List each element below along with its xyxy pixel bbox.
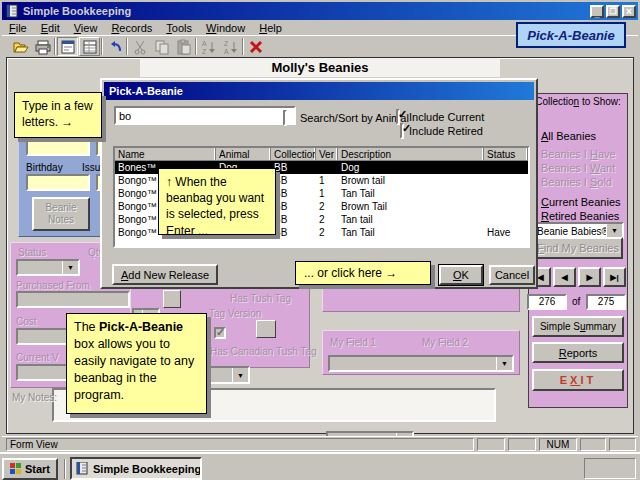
cell-description: Tan Tail xyxy=(338,187,484,200)
callout-about: The Pick-A-Beanie box allows you to easi… xyxy=(66,313,207,414)
menu-item-edit[interactable]: Edit xyxy=(34,20,67,36)
col-header-status: Status xyxy=(484,148,528,161)
status-segment xyxy=(580,438,606,451)
include-retired-checkbox[interactable] xyxy=(400,123,404,139)
find-my-beanies-button: Find My Beanies xyxy=(533,237,623,259)
status-segment xyxy=(508,438,536,451)
sort-asc-icon: AZ xyxy=(198,37,219,56)
search-input[interactable] xyxy=(114,106,296,125)
collection-to-show-label: Collection to Show: xyxy=(530,96,626,107)
cell-status xyxy=(484,174,528,187)
status-text: Form View xyxy=(6,438,474,451)
maximize-button[interactable]: ❐ xyxy=(606,5,620,18)
col-header-name: Name xyxy=(115,148,216,161)
issue-label: Issu xyxy=(82,162,100,173)
has-tush-tag-label: Has Tush Tag xyxy=(230,293,291,304)
title-bar: Simple Bookkeeping _ ❐ × xyxy=(2,2,638,20)
beanie-notes-button: Beanie Notes xyxy=(32,197,90,231)
callout-about-bold: Pick-A-Beanie xyxy=(99,320,183,334)
print-icon[interactable] xyxy=(32,37,53,56)
reports-button[interactable]: Reports xyxy=(532,342,624,363)
cancel-button[interactable]: Cancel xyxy=(489,265,535,285)
col-header-ver: Ver xyxy=(316,148,338,161)
status-segment xyxy=(477,438,505,451)
search-sort-checkbox[interactable] xyxy=(283,110,287,126)
nav-next-button[interactable]: ▶ xyxy=(578,267,601,287)
svg-text:A: A xyxy=(224,48,229,55)
cell-ver: 2 xyxy=(316,200,338,213)
sidebar-item-beanies-i-have: Beanies I Have xyxy=(541,148,616,160)
nav-last-button[interactable]: ▶| xyxy=(603,267,626,287)
status-segment xyxy=(609,438,636,451)
cell-status xyxy=(484,187,528,200)
menu-item-view[interactable]: View xyxy=(67,20,105,36)
sidebar-item-current-beanies[interactable]: Current Beanies xyxy=(541,196,621,208)
cell-collection: BB xyxy=(271,200,316,213)
cell-ver: 1 xyxy=(316,174,338,187)
svg-text:A: A xyxy=(202,40,207,47)
my-field2-label: My Field 2 xyxy=(422,337,468,348)
dialog-title-bar[interactable]: Pick-A-Beanie xyxy=(104,82,534,100)
cell-description: Brown tail xyxy=(338,174,484,187)
purchased-from-button[interactable] xyxy=(163,290,181,308)
undo-icon[interactable] xyxy=(104,37,125,56)
taskbar-app-button[interactable]: Simple Bookkeeping xyxy=(70,457,202,480)
cell-status: Have xyxy=(484,226,528,239)
record-total-field: 275 xyxy=(586,294,626,310)
sidebar-item-all-beanies[interactable]: All Beanies xyxy=(541,130,596,142)
search-sort-label: Search/Sort by Animal xyxy=(300,112,409,124)
callout-about-text: The xyxy=(74,320,99,334)
has-canadian-tush-tag-label: Has Canadian Tush Tag xyxy=(210,346,317,357)
cell-collection: BB xyxy=(271,174,316,187)
remove-filter-icon[interactable] xyxy=(245,37,266,56)
nav-prev-button[interactable]: ◀ xyxy=(553,267,576,287)
minimize-button[interactable]: _ xyxy=(590,5,604,18)
version-field[interactable] xyxy=(26,139,90,156)
corner-label: Pick-A-Beanie xyxy=(516,22,626,48)
taskbar: Start Simple Bookkeeping xyxy=(0,452,640,480)
include-current-label: Include Current xyxy=(409,111,484,123)
my-notes-label: My Notes: xyxy=(12,392,57,403)
cell-ver xyxy=(316,161,338,174)
sidebar-item-beanies-i-sold: Beanies I Sold xyxy=(541,176,612,188)
start-label: Start xyxy=(25,463,50,475)
record-current-field[interactable]: 276 xyxy=(527,294,567,310)
hang-tag-panel xyxy=(322,288,520,312)
purchased-from-field[interactable] xyxy=(16,291,130,308)
simple-summary-button[interactable]: Simple Summary xyxy=(532,316,624,337)
exit-button[interactable]: EXIT xyxy=(532,369,624,391)
tag-version-button[interactable] xyxy=(256,320,276,338)
menu-item-tools[interactable]: Tools xyxy=(159,20,199,36)
cell-status xyxy=(484,161,528,174)
cell-collection: BB xyxy=(271,226,316,239)
paste-icon xyxy=(173,37,194,56)
app-icon xyxy=(76,462,89,475)
cell-status xyxy=(484,200,528,213)
datasheet-view-icon[interactable] xyxy=(79,37,100,56)
birthday-field[interactable] xyxy=(26,174,90,191)
col-header-description: Description xyxy=(338,148,484,161)
cell-ver: 2 xyxy=(316,226,338,239)
menu-item-records[interactable]: Records xyxy=(104,20,159,36)
taskbar-app-label: Simple Bookkeeping xyxy=(93,463,200,475)
cell-ver: 1 xyxy=(316,187,338,200)
ok-button[interactable]: OK xyxy=(439,265,483,285)
add-new-release-button[interactable]: Add New Release xyxy=(112,264,218,285)
current-value-label: Current V xyxy=(16,352,59,363)
open-icon[interactable] xyxy=(10,37,31,56)
start-button[interactable]: Start xyxy=(2,458,58,480)
menu-item-help[interactable]: Help xyxy=(252,20,289,36)
sidebar-item-retired-beanies[interactable]: Retired Beanies xyxy=(541,210,619,222)
include-retired-label: Include Retired xyxy=(409,125,483,137)
form-view-icon[interactable] xyxy=(57,37,78,56)
close-button[interactable]: × xyxy=(622,5,636,18)
menu-item-window[interactable]: Window xyxy=(199,20,252,36)
form-heading: Molly's Beanies xyxy=(140,60,500,76)
tag-version-label: Tag Version xyxy=(209,308,261,319)
col-header-collection: Collection xyxy=(271,148,316,161)
status-dropdown[interactable] xyxy=(16,259,80,276)
menu-item-file[interactable]: File xyxy=(2,20,34,36)
windows-logo-icon xyxy=(10,463,22,475)
hang-tag-dropdown[interactable] xyxy=(328,355,514,372)
cell-description: Tan Tail xyxy=(338,226,484,239)
